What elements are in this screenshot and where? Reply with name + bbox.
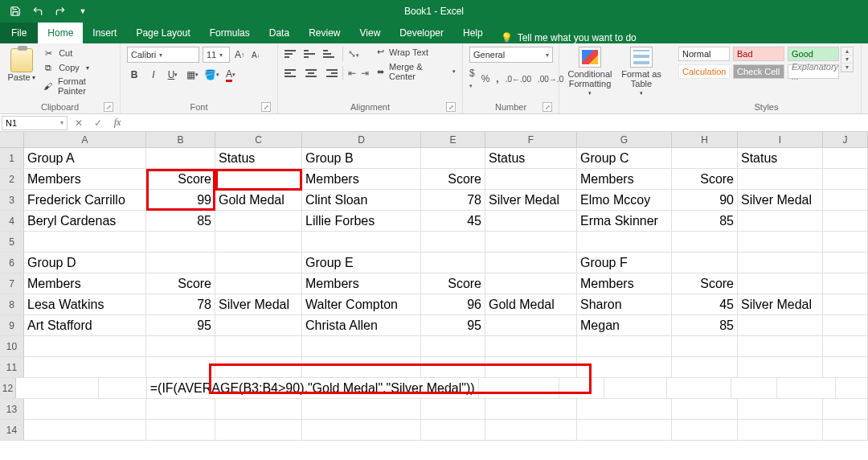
tell-me[interactable]: 💡 Tell me what you want to do	[501, 32, 637, 43]
cell-E12[interactable]	[559, 378, 604, 398]
conditional-formatting-button[interactable]: Conditional Formatting▾	[566, 47, 614, 98]
cell-I9[interactable]	[738, 315, 823, 335]
tab-insert[interactable]: Insert	[83, 23, 126, 43]
cancel-formula-icon[interactable]: ✕	[71, 117, 87, 129]
alignment-launcher[interactable]: ⤢	[446, 102, 456, 112]
cell-A1[interactable]: Group A	[24, 148, 146, 168]
cell-E6[interactable]	[421, 253, 485, 273]
number-launcher[interactable]: ⤢	[542, 102, 552, 112]
cell-G11[interactable]	[577, 357, 672, 377]
underline-button[interactable]: U▾	[166, 68, 180, 82]
cell-C4[interactable]	[215, 211, 302, 231]
cell-A14[interactable]	[24, 420, 146, 440]
cell-C10[interactable]	[215, 336, 302, 356]
cell-E10[interactable]	[421, 336, 485, 356]
cell-H3[interactable]: 90	[672, 190, 738, 210]
cell-J10[interactable]	[823, 336, 868, 356]
worksheet-grid[interactable]: A B C D E F G H I J 1Group AStatusGroup …	[0, 132, 868, 460]
cell-D4[interactable]: Lillie Forbes	[302, 211, 421, 231]
cell-I12[interactable]	[777, 378, 836, 398]
row-header-6[interactable]: 6	[0, 253, 24, 273]
save-icon[interactable]	[6, 2, 24, 20]
cell-E1[interactable]	[421, 148, 485, 168]
cell-E7[interactable]: Score	[421, 273, 485, 294]
cell-C8[interactable]: Silver Medal	[215, 294, 302, 314]
cell-F10[interactable]	[485, 336, 577, 356]
cell-J12[interactable]	[836, 378, 868, 398]
cell-G6[interactable]: Group F	[577, 253, 672, 273]
name-box[interactable]: N1▾	[2, 116, 68, 130]
cell-H4[interactable]: 85	[672, 211, 738, 231]
cell-I13[interactable]	[738, 399, 823, 419]
cell-J11[interactable]	[823, 357, 868, 377]
cell-E3[interactable]: 78	[421, 190, 485, 210]
cell-B4[interactable]: 85	[146, 211, 215, 231]
cell-J8[interactable]	[823, 294, 868, 314]
cell-H11[interactable]	[672, 357, 738, 377]
cell-B9[interactable]: 95	[146, 315, 215, 335]
select-all-corner[interactable]	[0, 132, 24, 147]
cell-B8[interactable]: 78	[146, 294, 215, 314]
undo-icon[interactable]	[29, 2, 47, 20]
qat-customize-icon[interactable]: ▼	[74, 2, 92, 20]
font-size-combo[interactable]: 11▾	[203, 47, 230, 63]
cell-F3[interactable]: Silver Medal	[485, 190, 577, 210]
cell-E4[interactable]: 45	[421, 211, 485, 231]
col-H[interactable]: H	[672, 132, 738, 147]
cell-G2[interactable]: Members	[577, 169, 672, 189]
bold-button[interactable]: B	[127, 68, 141, 82]
cell-E11[interactable]	[421, 357, 485, 377]
align-top-icon[interactable]	[285, 47, 299, 60]
col-F[interactable]: F	[485, 132, 577, 147]
cell-F9[interactable]	[485, 315, 577, 335]
italic-button[interactable]: I	[146, 68, 161, 82]
cell-G9[interactable]: Megan	[577, 315, 672, 335]
redo-icon[interactable]	[51, 2, 69, 20]
merge-center-button[interactable]: ⬌Merge & Center▾	[377, 62, 456, 81]
cell-A4[interactable]: Beryl Cardenas	[24, 211, 146, 231]
cut-button[interactable]: ✂Cut	[41, 47, 113, 60]
decrease-indent-icon[interactable]: ⇤	[348, 68, 356, 79]
cell-D2[interactable]: Members	[302, 169, 421, 189]
cell-C11[interactable]	[215, 357, 302, 377]
row-header-5[interactable]: 5	[0, 232, 24, 252]
format-painter-button[interactable]: 🖌Format Painter	[41, 76, 113, 97]
format-as-table-button[interactable]: Format as Table▾	[617, 47, 665, 98]
cell-D8[interactable]: Walter Compton	[302, 294, 421, 314]
align-middle-icon[interactable]	[304, 47, 318, 60]
style-check-cell[interactable]: Check Cell	[733, 64, 784, 79]
cell-B5[interactable]	[146, 232, 215, 252]
cell-H1[interactable]	[672, 148, 738, 168]
cell-F7[interactable]	[485, 273, 577, 294]
enter-formula-icon[interactable]: ✓	[90, 117, 106, 129]
cell-H8[interactable]: 45	[672, 294, 738, 314]
cell-A5[interactable]	[24, 232, 146, 252]
cell-E5[interactable]	[421, 232, 485, 252]
cell-J4[interactable]	[823, 211, 868, 231]
cell-G10[interactable]	[577, 336, 672, 356]
cell-H5[interactable]	[672, 232, 738, 252]
orientation-button[interactable]: ⤡▾	[348, 48, 359, 60]
comma-button[interactable]: ,	[496, 73, 498, 84]
number-format-combo[interactable]: General▾	[469, 47, 553, 63]
cell-A2[interactable]: Members	[24, 169, 146, 189]
increase-decimal-icon[interactable]: .0←.00	[506, 75, 531, 84]
row-header-9[interactable]: 9	[0, 315, 24, 335]
cell-B2[interactable]: Score	[146, 169, 215, 189]
cell-I11[interactable]	[738, 357, 823, 377]
font-color-button[interactable]: A▾	[223, 68, 238, 82]
tab-data[interactable]: Data	[260, 23, 299, 43]
cell-G7[interactable]: Members	[577, 273, 672, 294]
cell-C3[interactable]: Gold Medal	[215, 190, 302, 210]
cell-J9[interactable]	[823, 315, 868, 335]
row-header-14[interactable]: 14	[0, 420, 24, 440]
cell-E2[interactable]: Score	[421, 169, 485, 189]
style-good[interactable]: Good	[788, 47, 839, 61]
cell-G13[interactable]	[577, 399, 672, 419]
cell-H14[interactable]	[672, 420, 738, 440]
cell-A3[interactable]: Frederick Carrillo	[24, 190, 146, 210]
cell-I5[interactable]	[738, 232, 823, 252]
cell-E13[interactable]	[421, 399, 485, 419]
cell-G8[interactable]: Sharon	[577, 294, 672, 314]
cell-B7[interactable]: Score	[146, 273, 215, 294]
